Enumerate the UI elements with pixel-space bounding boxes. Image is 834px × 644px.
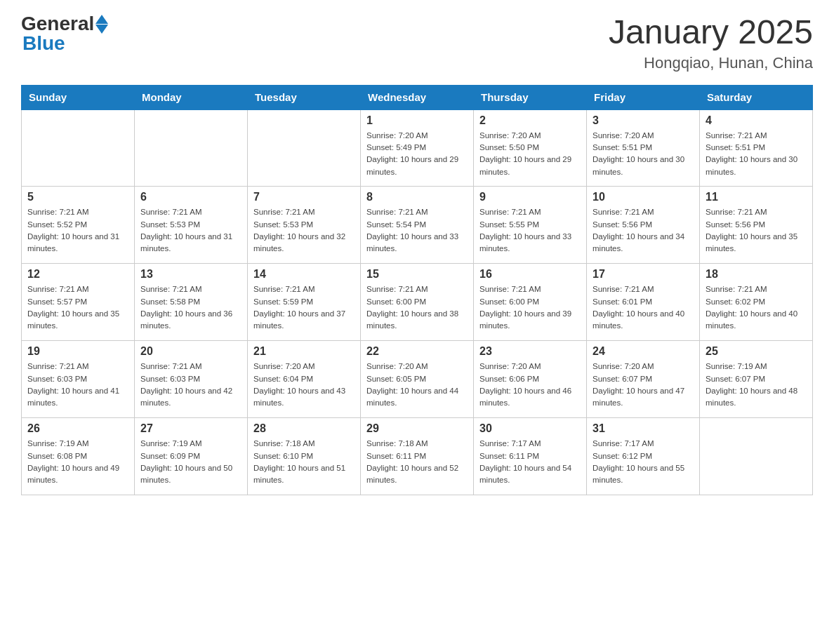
day-info: Sunrise: 7:21 AMSunset: 6:03 PMDaylight:… [27,361,128,409]
day-info: Sunrise: 7:19 AMSunset: 6:07 PMDaylight:… [706,361,807,409]
day-header-tuesday: Tuesday [248,85,361,109]
day-info: Sunrise: 7:20 AMSunset: 5:49 PMDaylight:… [366,130,468,178]
calendar-cell: 31Sunrise: 7:17 AMSunset: 6:12 PMDayligh… [587,418,700,495]
day-info: Sunrise: 7:21 AMSunset: 5:53 PMDaylight:… [253,206,355,255]
logo-blue-text: Blue [22,34,108,53]
calendar-cell [248,109,361,187]
day-info: Sunrise: 7:21 AMSunset: 6:03 PMDaylight:… [140,361,241,409]
day-header-friday: Friday [587,85,700,109]
calendar-cell: 14Sunrise: 7:21 AMSunset: 5:59 PMDayligh… [248,264,361,341]
calendar-cell: 24Sunrise: 7:20 AMSunset: 6:07 PMDayligh… [587,341,700,418]
day-number: 9 [479,191,581,203]
day-number: 28 [253,422,355,435]
day-number: 16 [479,268,581,281]
day-info: Sunrise: 7:18 AMSunset: 6:11 PMDaylight:… [366,438,468,486]
day-info: Sunrise: 7:21 AMSunset: 5:52 PMDaylight:… [27,206,128,255]
calendar-cell [135,109,248,187]
day-number: 6 [140,191,241,203]
day-number: 5 [27,191,128,203]
day-header-wednesday: Wednesday [361,85,474,109]
calendar-cell: 3Sunrise: 7:20 AMSunset: 5:51 PMDaylight… [587,109,700,187]
day-number: 8 [366,191,468,203]
calendar-cell: 27Sunrise: 7:19 AMSunset: 6:09 PMDayligh… [135,418,248,495]
calendar-cell: 2Sunrise: 7:20 AMSunset: 5:50 PMDaylight… [474,109,587,187]
title-group: January 2025 Hongqiao, Hunan, China [609,14,813,72]
calendar-cell: 13Sunrise: 7:21 AMSunset: 5:58 PMDayligh… [135,264,248,341]
day-info: Sunrise: 7:20 AMSunset: 5:51 PMDaylight:… [593,130,694,178]
calendar-cell: 26Sunrise: 7:19 AMSunset: 6:08 PMDayligh… [22,418,135,495]
week-row-2: 5Sunrise: 7:21 AMSunset: 5:52 PMDaylight… [22,187,813,264]
day-number: 17 [593,268,694,281]
day-info: Sunrise: 7:17 AMSunset: 6:11 PMDaylight:… [479,438,581,486]
day-number: 27 [140,422,241,435]
calendar-cell: 12Sunrise: 7:21 AMSunset: 5:57 PMDayligh… [22,264,135,341]
day-number: 31 [593,422,694,435]
day-number: 12 [27,268,128,281]
calendar-cell: 30Sunrise: 7:17 AMSunset: 6:11 PMDayligh… [474,418,587,495]
day-info: Sunrise: 7:21 AMSunset: 5:56 PMDaylight:… [593,206,694,255]
calendar-cell: 10Sunrise: 7:21 AMSunset: 5:56 PMDayligh… [587,187,700,264]
day-info: Sunrise: 7:21 AMSunset: 5:56 PMDaylight:… [706,206,807,255]
day-number: 24 [593,345,694,358]
days-header-row: SundayMondayTuesdayWednesdayThursdayFrid… [22,85,813,109]
day-info: Sunrise: 7:20 AMSunset: 5:50 PMDaylight:… [479,130,581,178]
day-info: Sunrise: 7:21 AMSunset: 5:57 PMDaylight:… [27,283,128,332]
day-info: Sunrise: 7:19 AMSunset: 6:09 PMDaylight:… [140,438,241,486]
day-info: Sunrise: 7:21 AMSunset: 6:00 PMDaylight:… [366,283,468,332]
day-number: 26 [27,422,128,435]
day-number: 19 [27,345,128,358]
day-info: Sunrise: 7:21 AMSunset: 5:54 PMDaylight:… [366,206,468,255]
calendar-cell: 4Sunrise: 7:21 AMSunset: 5:51 PMDaylight… [700,109,813,187]
calendar-cell: 1Sunrise: 7:20 AMSunset: 5:49 PMDaylight… [361,109,474,187]
calendar-cell: 8Sunrise: 7:21 AMSunset: 5:54 PMDaylight… [361,187,474,264]
calendar-subtitle: Hongqiao, Hunan, China [609,54,813,72]
day-number: 21 [253,345,355,358]
day-header-saturday: Saturday [700,85,813,109]
page-header: General Blue January 2025 Hongqiao, Huna… [21,14,813,72]
day-number: 25 [706,345,807,358]
day-info: Sunrise: 7:21 AMSunset: 5:51 PMDaylight:… [706,130,807,178]
day-info: Sunrise: 7:21 AMSunset: 5:59 PMDaylight:… [253,283,355,332]
day-number: 29 [366,422,468,435]
calendar-title: January 2025 [609,14,813,51]
day-header-sunday: Sunday [22,85,135,109]
calendar-cell [700,418,813,495]
day-number: 20 [140,345,241,358]
day-number: 22 [366,345,468,358]
calendar-cell: 29Sunrise: 7:18 AMSunset: 6:11 PMDayligh… [361,418,474,495]
calendar-cell: 18Sunrise: 7:21 AMSunset: 6:02 PMDayligh… [700,264,813,341]
day-header-thursday: Thursday [474,85,587,109]
day-info: Sunrise: 7:19 AMSunset: 6:08 PMDaylight:… [27,438,128,486]
day-info: Sunrise: 7:20 AMSunset: 6:05 PMDaylight:… [366,361,468,409]
day-number: 13 [140,268,241,281]
day-info: Sunrise: 7:20 AMSunset: 6:06 PMDaylight:… [479,361,581,409]
day-number: 10 [593,191,694,203]
day-number: 23 [479,345,581,358]
day-info: Sunrise: 7:21 AMSunset: 5:53 PMDaylight:… [140,206,241,255]
day-number: 30 [479,422,581,435]
day-info: Sunrise: 7:20 AMSunset: 6:07 PMDaylight:… [593,361,694,409]
week-row-4: 19Sunrise: 7:21 AMSunset: 6:03 PMDayligh… [22,341,813,418]
day-number: 18 [706,268,807,281]
day-header-monday: Monday [135,85,248,109]
calendar-table: SundayMondayTuesdayWednesdayThursdayFrid… [21,85,813,496]
day-info: Sunrise: 7:21 AMSunset: 6:02 PMDaylight:… [706,283,807,332]
calendar-cell: 19Sunrise: 7:21 AMSunset: 6:03 PMDayligh… [22,341,135,418]
day-number: 1 [366,114,468,127]
calendar-cell: 17Sunrise: 7:21 AMSunset: 6:01 PMDayligh… [587,264,700,341]
calendar-cell: 20Sunrise: 7:21 AMSunset: 6:03 PMDayligh… [135,341,248,418]
day-number: 11 [706,191,807,203]
calendar-cell: 6Sunrise: 7:21 AMSunset: 5:53 PMDaylight… [135,187,248,264]
calendar-cell: 21Sunrise: 7:20 AMSunset: 6:04 PMDayligh… [248,341,361,418]
week-row-3: 12Sunrise: 7:21 AMSunset: 5:57 PMDayligh… [22,264,813,341]
day-info: Sunrise: 7:18 AMSunset: 6:10 PMDaylight:… [253,438,355,486]
day-number: 15 [366,268,468,281]
day-info: Sunrise: 7:21 AMSunset: 6:00 PMDaylight:… [479,283,581,332]
calendar-cell: 22Sunrise: 7:20 AMSunset: 6:05 PMDayligh… [361,341,474,418]
day-info: Sunrise: 7:21 AMSunset: 6:01 PMDaylight:… [593,283,694,332]
week-row-5: 26Sunrise: 7:19 AMSunset: 6:08 PMDayligh… [22,418,813,495]
day-number: 4 [706,114,807,127]
day-number: 14 [253,268,355,281]
calendar-cell: 25Sunrise: 7:19 AMSunset: 6:07 PMDayligh… [700,341,813,418]
day-info: Sunrise: 7:20 AMSunset: 6:04 PMDaylight:… [253,361,355,409]
